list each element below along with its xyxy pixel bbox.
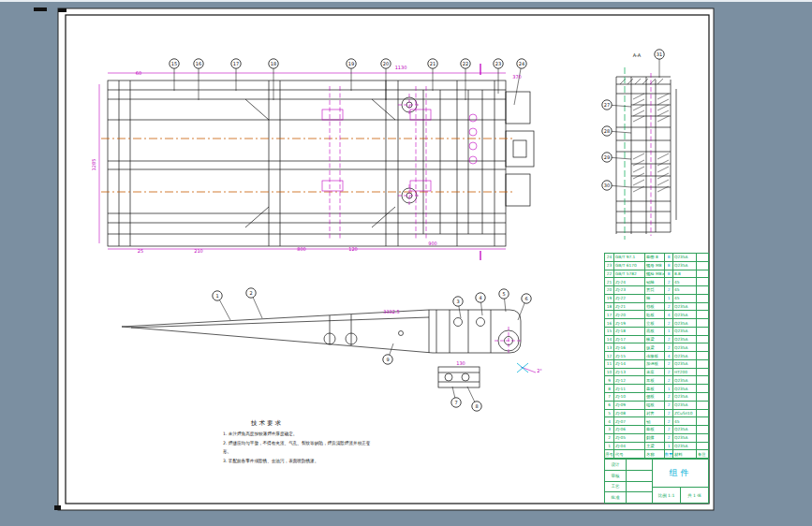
bom-cell: 15 bbox=[605, 328, 614, 335]
bom-cell: Q235A bbox=[673, 303, 697, 311]
bom-row: 15ZJ-18底板1Q235A bbox=[605, 327, 708, 335]
bom-cell: Q235A bbox=[673, 262, 697, 270]
field-label: 工艺 bbox=[605, 482, 627, 492]
bom-cell: 2 bbox=[665, 417, 673, 425]
bom-row: 20ZJ-23套筒245 bbox=[605, 285, 708, 294]
bom-row: 24GB/T 97.1垫圈 88Q235A bbox=[605, 254, 708, 261]
bom-cell: ZJ-22 bbox=[614, 295, 645, 302]
bom-cell: 2 bbox=[665, 278, 673, 285]
bom-cell: ZJ-06 bbox=[614, 426, 645, 433]
field-label: 批准 bbox=[605, 492, 627, 503]
bom-cell: 数量 bbox=[665, 450, 673, 458]
balloon-number: 5 bbox=[502, 291, 505, 297]
bom-cell bbox=[697, 360, 708, 368]
bom-cell: 盖板 bbox=[645, 385, 665, 392]
bom-cell: 材料 bbox=[673, 450, 697, 458]
bom-cell: ZJ-20 bbox=[614, 311, 645, 318]
bom-cell: 销 bbox=[645, 417, 665, 425]
dimension-text: 60 bbox=[136, 70, 141, 76]
bom-row: 1ZJ-04主梁1Q235A bbox=[605, 442, 708, 450]
bom-cell: 垫圈 8 bbox=[645, 254, 665, 261]
bom-cell: 17 bbox=[605, 311, 614, 318]
bom-cell: 加强板 bbox=[645, 360, 665, 368]
bom-cell: ZJ-12 bbox=[614, 376, 645, 384]
bom-cell: 2 bbox=[665, 286, 673, 294]
balloon-number: 7 bbox=[454, 400, 457, 405]
bom-cell: ZJ-23 bbox=[614, 286, 645, 294]
bom-cell bbox=[697, 443, 708, 450]
bom-cell: ZJ-21 bbox=[614, 303, 645, 311]
bom-row: 8ZJ-11盖板1Q235A bbox=[605, 384, 708, 392]
bom-cell: Q235A bbox=[673, 360, 697, 368]
corner-mark-icon bbox=[34, 7, 47, 11]
bom-cell bbox=[697, 352, 708, 359]
dimension-text: 3332.5 bbox=[383, 309, 400, 314]
bom-cell: ZJ-24 bbox=[614, 278, 645, 285]
bom-cell: Q235A bbox=[673, 402, 697, 409]
bom-cell: 11 bbox=[605, 360, 614, 368]
bom-cell bbox=[697, 336, 708, 343]
dimension-text: 25 bbox=[138, 248, 143, 254]
bom-row: 13ZJ-16纵梁2Q235A bbox=[605, 343, 708, 351]
bom-cell: ZJ-04 bbox=[614, 443, 645, 450]
bom-row: 3ZJ-06垫板2Q235A bbox=[605, 425, 708, 433]
drawing-title: 组件 bbox=[653, 460, 708, 487]
notes-title: 技术要求 bbox=[251, 419, 373, 428]
bom-cell bbox=[697, 278, 708, 285]
bom-cell: Q235A bbox=[673, 434, 697, 442]
bom-row: 12ZJ-15连接板4Q235A bbox=[605, 351, 708, 359]
bom-cell: 2 bbox=[605, 434, 614, 442]
bom-cell: ZJ-07 bbox=[614, 417, 645, 425]
bom-cell bbox=[697, 376, 708, 384]
bom-cell bbox=[697, 254, 708, 261]
balloon-number: 19 bbox=[348, 61, 354, 66]
bom-cell: 斜撑 bbox=[645, 434, 665, 442]
dimension-text: A-A bbox=[633, 52, 642, 58]
bom-cell bbox=[697, 262, 708, 270]
bom-cell: 垫板 bbox=[645, 426, 665, 433]
bom-cell: 4 bbox=[665, 352, 673, 359]
balloon-number: 4 bbox=[479, 295, 481, 300]
bom-cell: 21 bbox=[605, 278, 614, 285]
bom-row: 2ZJ-05斜撑2Q235A bbox=[605, 433, 708, 442]
bom-cell: 2 bbox=[665, 360, 673, 368]
balloon-number: 9 bbox=[386, 357, 389, 362]
sheet-edge-mark-icon bbox=[58, 8, 66, 12]
bom-cell: 纵梁 bbox=[645, 343, 665, 351]
bom-cell bbox=[697, 303, 708, 311]
field-value bbox=[627, 492, 652, 503]
bom-cell: 5 bbox=[605, 410, 614, 417]
bom-cell: 1 bbox=[665, 328, 673, 335]
bom-cell bbox=[697, 369, 708, 376]
bom-cell: Q235A bbox=[673, 254, 697, 261]
bom-cell: 10 bbox=[605, 369, 614, 376]
bom-cell: 19 bbox=[605, 295, 614, 302]
bom-cell: ZJ-05 bbox=[614, 434, 645, 442]
dimension-text: 900 bbox=[428, 241, 437, 246]
balloon-number: 24 bbox=[519, 61, 524, 66]
bom-cell: Q235A bbox=[673, 376, 697, 384]
titleblock-right: 组件 比例 1:1 共 1 张 bbox=[652, 460, 708, 503]
window-top-edge bbox=[0, 0, 812, 2]
bom-cell: 45 bbox=[673, 286, 697, 294]
bom-cell: Q235A bbox=[673, 385, 697, 392]
sheets-cell: 共 1 张 bbox=[680, 488, 708, 503]
bom-cell: 2 bbox=[665, 434, 673, 442]
bom-cell: 挡板 bbox=[645, 303, 665, 311]
bom-cell: 代号 bbox=[614, 450, 645, 458]
bom-cell: ZJ-11 bbox=[614, 385, 645, 392]
balloon-number: 27 bbox=[604, 102, 610, 108]
balloon-number: 18 bbox=[271, 61, 276, 66]
field-label: 设计 bbox=[605, 460, 627, 470]
bom-cell: 2 bbox=[665, 376, 673, 384]
bom-header-row: 序号代号名称数量材料备注 bbox=[605, 449, 708, 458]
bom-cell: 销轴 bbox=[645, 278, 665, 285]
bom-cell: 14 bbox=[605, 336, 614, 343]
bom-cell bbox=[697, 311, 708, 318]
bom-cell: 6 bbox=[605, 402, 614, 409]
bom-cell: 22 bbox=[605, 270, 614, 278]
bom-row: 4ZJ-07销245 bbox=[605, 416, 708, 425]
bom-cell: GB/T 97.1 bbox=[614, 254, 645, 261]
bom-cell: Q235A bbox=[673, 336, 697, 343]
bom-cell: ZJ-15 bbox=[614, 352, 645, 359]
